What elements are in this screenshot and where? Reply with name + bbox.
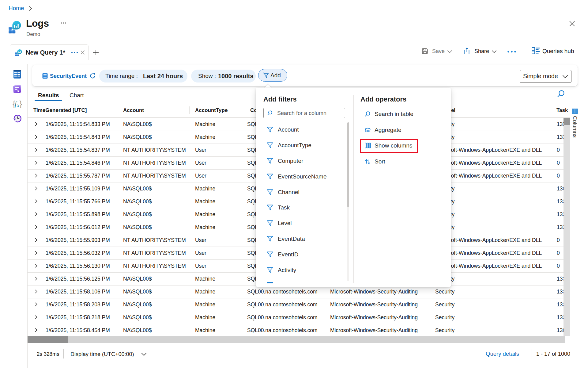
svg-text:}: } <box>19 100 22 108</box>
svg-text:x: x <box>17 103 19 108</box>
